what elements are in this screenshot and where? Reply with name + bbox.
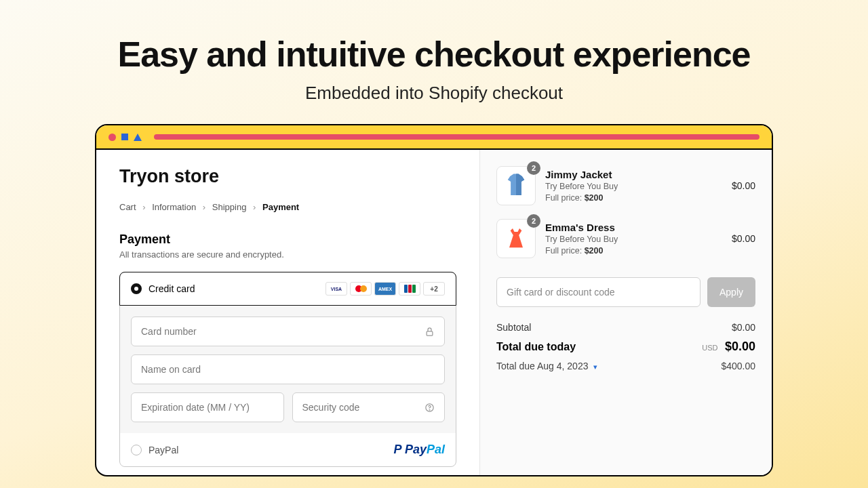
due-later-value: $400.00: [721, 361, 755, 371]
expiry-placeholder: Expiration date (MM / YY): [141, 402, 250, 413]
window-controls: [108, 134, 142, 141]
svg-point-2: [429, 409, 430, 410]
payment-title: Payment: [119, 232, 456, 247]
credit-card-option[interactable]: Credit card VISA AMEX +2: [119, 272, 456, 306]
due-later-toggle[interactable]: Total due Aug 4, 2023 ▾: [496, 361, 597, 371]
item-line-price: $0.00: [732, 233, 755, 244]
checkout-left-panel: Tryon store Cart › Information › Shippin…: [96, 150, 480, 475]
cart-item: 2 Emma's Dress Try Before You Buy Full p…: [496, 219, 755, 258]
more-cards-badge: +2: [423, 282, 445, 296]
crumb-payment: Payment: [262, 202, 299, 212]
cvv-placeholder: Security code: [302, 402, 360, 413]
chevron-right-icon: ›: [203, 202, 205, 212]
card-brand-icons: VISA AMEX +2: [326, 282, 445, 296]
svg-rect-0: [427, 331, 433, 335]
radio-unselected-icon: [131, 445, 142, 455]
payment-method-box: Credit card VISA AMEX +2 Card number: [119, 272, 456, 467]
chevron-down-icon: ▾: [593, 363, 597, 371]
card-number-placeholder: Card number: [141, 326, 197, 337]
breadcrumb: Cart › Information › Shipping › Payment: [119, 202, 456, 212]
hero-subhead: Embedded into Shopify checkout: [0, 83, 868, 104]
store-name: Tryon store: [119, 166, 456, 187]
order-summary-panel: 2 Jimmy Jacket Try Before You Buy Full p…: [480, 150, 772, 475]
qty-badge: 2: [527, 161, 540, 175]
subtotal-value: $0.00: [732, 322, 755, 333]
qty-badge: 2: [527, 214, 540, 228]
total-currency: USD: [702, 344, 717, 352]
item-full-price: Full price: $200: [545, 193, 722, 203]
credit-card-label: Credit card: [149, 283, 195, 294]
jcb-icon: [399, 282, 420, 296]
expiry-input[interactable]: Expiration date (MM / YY): [131, 392, 284, 422]
total-label: Total due today: [496, 341, 576, 353]
item-thumbnail: 2: [496, 166, 536, 205]
card-number-input[interactable]: Card number: [131, 317, 445, 346]
radio-selected-icon: [131, 283, 142, 294]
browser-mock: Tryon store Cart › Information › Shippin…: [95, 124, 773, 476]
item-variant: Try Before You Buy: [545, 182, 722, 191]
item-name: Emma's Dress: [545, 222, 722, 233]
subtotal-label: Subtotal: [496, 322, 531, 333]
item-line-price: $0.00: [732, 180, 755, 191]
cart-item: 2 Jimmy Jacket Try Before You Buy Full p…: [496, 166, 755, 205]
dress-icon: [502, 225, 530, 252]
name-on-card-placeholder: Name on card: [141, 364, 201, 375]
jacket-icon: [502, 171, 530, 200]
paypal-option[interactable]: PayPal P PayPal: [120, 433, 456, 466]
help-icon[interactable]: [425, 403, 435, 413]
square-icon: [121, 134, 128, 140]
payment-hint: All transactions are secure and encrypte…: [119, 249, 456, 260]
item-full-price: Full price: $200: [545, 246, 722, 256]
paypal-label: PayPal: [149, 445, 178, 455]
item-thumbnail: 2: [496, 219, 536, 258]
total-value: $0.00: [725, 340, 755, 353]
item-name: Jimmy Jacket: [545, 169, 722, 180]
apply-button[interactable]: Apply: [707, 277, 755, 307]
triangle-icon: [134, 134, 142, 141]
lock-icon: [425, 327, 435, 337]
visa-icon: VISA: [326, 282, 347, 296]
cvv-input[interactable]: Security code: [292, 392, 446, 422]
due-later-label: Total due Aug 4, 2023: [496, 361, 588, 371]
crumb-information[interactable]: Information: [152, 202, 196, 212]
name-on-card-input[interactable]: Name on card: [131, 354, 445, 384]
url-bar: [154, 134, 760, 140]
paypal-logo-icon: P PayPal: [394, 443, 445, 457]
discount-code-input[interactable]: Gift card or discount code: [496, 277, 701, 307]
item-variant: Try Before You Buy: [545, 235, 722, 244]
chevron-right-icon: ›: [142, 202, 145, 212]
browser-titlebar: [96, 125, 772, 150]
circle-icon: [108, 134, 116, 141]
hero-headline: Easy and intuitive checkout experience: [0, 34, 868, 75]
amex-icon: AMEX: [374, 282, 396, 296]
crumb-shipping[interactable]: Shipping: [212, 202, 247, 212]
crumb-cart[interactable]: Cart: [119, 202, 136, 212]
chevron-right-icon: ›: [253, 202, 256, 212]
mastercard-icon: [350, 282, 372, 296]
